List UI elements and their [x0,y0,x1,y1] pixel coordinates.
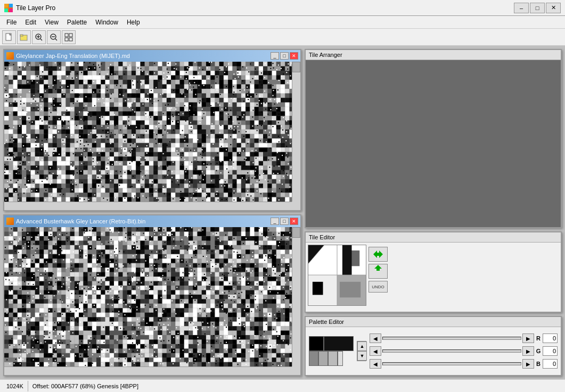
swatch-gray-3[interactable] [328,351,338,366]
menu-file[interactable]: File [2,18,21,27]
rgb-row-b: ◀ ▶ B 0 [370,358,558,370]
g-value[interactable]: 0 [543,346,558,356]
swatch-gray-1[interactable] [309,351,318,366]
swatch-gray-4[interactable] [338,351,343,366]
g-increment-button[interactable]: ▶ [522,346,534,356]
r-increment-button[interactable]: ▶ [522,333,534,343]
tile-editor: Tile Editor [305,231,562,313]
r-label: R [535,335,542,341]
close-button[interactable]: ✕ [546,3,561,13]
swatch-black-2[interactable] [324,336,354,351]
tile-editor-draw-canvas[interactable] [308,245,366,305]
scroll-thumb-2[interactable] [292,227,300,238]
palette-swatches-left [309,336,354,366]
rgb-row-g: ◀ ▶ G 0 [370,345,558,357]
tile-window-1-minimize[interactable]: _ [271,52,279,60]
tile-window-1-close[interactable]: ✕ [290,52,298,60]
svg-rect-1 [9,4,13,7]
grid-button[interactable] [62,30,76,44]
svg-marker-21 [374,265,382,271]
palette-scroll-down[interactable]: ▼ [357,351,367,361]
tile-editor-titlebar: Tile Editor [306,232,561,243]
tile-arranger-titlebar: Tile Arranger [306,50,561,60]
tile-window-1-hscroll[interactable] [4,202,292,210]
b-increment-button[interactable]: ▶ [522,359,534,369]
scroll-corner-2 [292,366,300,375]
tile-window-1-icon [6,52,14,60]
tile-window-2-maximize[interactable]: □ [280,218,289,225]
tile-window-1-maximize[interactable]: □ [280,52,289,60]
svg-line-14 [55,39,57,40]
menu-bar: File Edit View Palette Window Help [0,16,565,29]
r-track[interactable] [382,337,521,340]
main-area: Gleylancer Jap-Eng Translation (MIJET).m… [0,46,565,379]
svg-rect-16 [69,34,72,37]
tile-window-2-title: Advanced Busterhawk Gley Lancer (Retro-B… [16,218,145,224]
g-decrement-button[interactable]: ◀ [370,346,381,356]
tile-window-2-canvas[interactable] [4,227,300,376]
undo-button[interactable]: UNDO [369,281,388,293]
maximize-button[interactable]: □ [530,3,545,13]
svg-rect-3 [9,9,13,12]
palette-editor-title: Palette Editor [309,319,344,325]
svg-marker-20 [377,251,383,258]
right-panel: Tile Arranger Tile Editor [305,49,562,376]
title-controls: – □ ✕ [514,3,561,13]
flip-horizontal-button[interactable] [369,247,388,262]
scroll-thumb-1[interactable] [292,62,300,72]
r-decrement-button[interactable]: ◀ [370,333,381,343]
tile-editor-title: Tile Editor [309,234,335,240]
title-left: Tile Layer Pro [4,4,55,12]
tile-window-2-minimize[interactable]: _ [271,218,279,225]
status-offset: Offset: 000AF577 (68%) Genesis [4BPP] [28,381,143,391]
palette-body: ▲ ▼ ◀ ▶ R 0 ◀ ▶ [306,327,561,375]
tile-canvas-2 [4,227,300,376]
new-button[interactable] [2,30,16,44]
tile-editor-canvas[interactable] [308,245,366,306]
tile-window-1-canvas[interactable] [4,62,300,210]
rgb-row-r: ◀ ▶ R 0 [370,332,558,344]
b-track[interactable] [382,362,521,365]
palette-vscroll[interactable]: ▲ ▼ [357,341,366,361]
app-title: Tile Layer Pro [16,4,55,12]
tile-window-1-vscroll[interactable] [292,62,300,202]
tile-window-2-hscroll[interactable] [4,366,292,375]
svg-line-11 [40,39,42,40]
svg-rect-18 [69,38,72,41]
menu-view[interactable]: View [40,18,63,27]
tile-editor-body: UNDO [306,243,561,312]
tile-editor-controls: UNDO [369,245,388,310]
r-value[interactable]: 0 [543,333,558,343]
tile-window-2-vscroll[interactable] [292,227,300,367]
tile-window-1-titlebar: Gleylancer Jap-Eng Translation (MIJET).m… [4,50,300,62]
toolbar [0,29,565,46]
palette-editor: Palette Editor [305,316,562,376]
menu-help[interactable]: Help [122,18,144,27]
svg-rect-2 [4,9,8,12]
menu-window[interactable]: Window [91,18,122,27]
minimize-button[interactable]: – [514,3,529,13]
swatch-black-1[interactable] [309,336,324,351]
status-bar: 1024K Offset: 000AF577 (68%) Genesis [4B… [0,379,565,392]
palette-top-swatches [309,336,354,351]
tile-window-2-close[interactable]: ✕ [290,218,298,225]
open-button[interactable] [17,30,31,44]
swatch-gray-2[interactable] [318,351,328,366]
left-panel: Gleylancer Jap-Eng Translation (MIJET).m… [3,49,301,376]
b-decrement-button[interactable]: ◀ [370,359,381,369]
menu-edit[interactable]: Edit [21,18,40,27]
tile-window-2-icon [6,218,14,225]
g-track[interactable] [382,349,521,353]
tile-arranger-title: Tile Arranger [309,52,342,58]
tile-arranger-body[interactable] [306,60,561,227]
svg-rect-7 [20,35,23,36]
zoom-out-button[interactable] [47,30,61,44]
zoom-in-button[interactable] [32,30,46,44]
flip-vertical-button[interactable] [369,264,388,279]
tile-window-1-title: Gleylancer Jap-Eng Translation (MIJET).m… [16,53,130,59]
tile-canvas-1 [4,62,300,210]
palette-editor-titlebar: Palette Editor [306,317,561,327]
menu-palette[interactable]: Palette [63,18,91,27]
b-value[interactable]: 0 [543,359,558,369]
palette-scroll-up[interactable]: ▲ [357,341,367,351]
